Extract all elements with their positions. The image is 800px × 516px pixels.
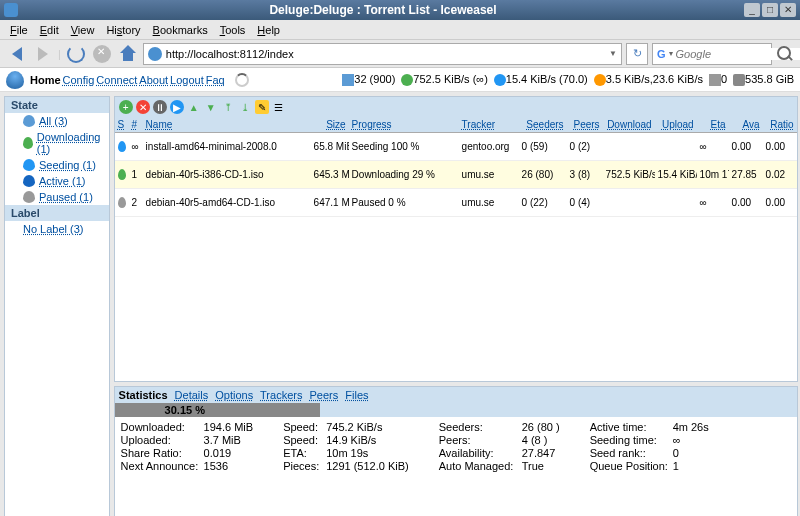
forward-button[interactable] [32,43,54,65]
menu-history[interactable]: History [100,24,146,36]
sidebar-item-nolabel[interactable]: No Label (3) [5,221,109,237]
table-row[interactable]: 2debian-40r5-amd64-CD-1.iso647.1 MiBPaus… [115,189,797,217]
edit-button[interactable]: ✎ [255,100,269,114]
cell-ratio: 0.00 [763,133,797,160]
queue-bottom-button[interactable]: ⤓ [238,100,252,114]
col-num[interactable]: # [129,117,143,132]
col-ratio[interactable]: Ratio [763,117,797,132]
col-upload[interactable]: Upload [655,117,697,132]
queue-down-button[interactable]: ▼ [204,100,218,114]
menu-help[interactable]: Help [251,24,286,36]
tab-peers[interactable]: Peers [310,389,339,401]
cell-num: ∞ [129,133,143,160]
deluge-logo-icon [6,71,24,89]
lbl-act: Active time: [590,421,670,433]
minimize-button[interactable]: _ [744,3,760,17]
sidebar-seeding-label: Seeding (1) [39,159,96,171]
col-tracker[interactable]: Tracker [459,117,519,132]
menu-view[interactable]: View [65,24,101,36]
menu-file[interactable]: File [4,24,34,36]
downloading-icon [23,137,33,149]
menu-edit[interactable]: Edit [34,24,65,36]
url-bar[interactable]: ▼ [143,43,622,65]
queue-up-button[interactable]: ▲ [187,100,201,114]
col-progress[interactable]: Progress [349,117,459,132]
go-button[interactable]: ↻ [626,43,648,65]
col-size[interactable]: Size [311,117,349,132]
table-row[interactable]: ∞install-amd64-minimal-2008.065.8 MiBSee… [115,133,797,161]
menu-tools[interactable]: Tools [214,24,252,36]
nav-faq[interactable]: Faq [206,74,225,86]
protocol-icon [709,74,721,86]
table-header: S # Name Size Progress Tracker Seeders P… [115,117,797,133]
cell-progress: Paused 0 % [349,189,459,216]
back-button[interactable] [6,43,28,65]
favicon-icon [148,47,162,61]
sidebar: State All (3) Downloading (1) Seeding (1… [4,96,110,516]
lbl-pieces: Pieces: [283,460,323,472]
tab-options[interactable]: Options [215,389,253,401]
col-name[interactable]: Name [143,117,311,132]
sidebar-item-all[interactable]: All (3) [5,113,109,129]
home-button[interactable] [117,43,139,65]
sidebar-item-paused[interactable]: Paused (1) [5,189,109,205]
options-button[interactable]: ☰ [272,100,286,114]
sidebar-item-active[interactable]: Active (1) [5,173,109,189]
sidebar-downloading-label: Downloading (1) [37,131,103,155]
cell-num: 2 [129,189,143,216]
nav-logout[interactable]: Logout [170,74,204,86]
cell-download [603,189,655,216]
search-icon[interactable] [776,45,794,63]
nav-toolbar: | ▼ ↻ G▾ [0,40,800,68]
remove-torrent-button[interactable]: ✕ [136,100,150,114]
close-button[interactable]: ✕ [780,3,796,17]
tab-details[interactable]: Details [175,389,209,401]
progress-bar: 30.15 % [115,403,797,417]
nav-home[interactable]: Home [30,74,61,86]
col-ava[interactable]: Ava [729,117,763,132]
nav-config[interactable]: Config [63,74,95,86]
maximize-button[interactable]: □ [762,3,778,17]
spinner-icon [235,73,249,87]
col-download[interactable]: Download [603,117,655,132]
lbl-sdt: Seeding time: [590,434,670,446]
col-peers[interactable]: Peers [567,117,603,132]
engine-dropdown-icon[interactable]: ▾ [669,49,673,58]
table-row[interactable]: 1debian-40r5-i386-CD-1.iso645.3 MiBDownl… [115,161,797,189]
cell-download [603,133,655,160]
cell-seeders: 26 (80) [519,161,567,188]
url-dropdown-icon[interactable]: ▼ [609,49,617,58]
resume-button[interactable]: ▶ [170,100,184,114]
search-box[interactable]: G▾ [652,43,772,65]
stat-upload: 15.4 KiB/s (70.0) [506,73,588,85]
sidebar-item-seeding[interactable]: Seeding (1) [5,157,109,173]
tab-statistics[interactable]: Statistics [119,389,168,401]
col-state[interactable]: S [115,117,129,132]
val-eta: 10m 19s [326,447,368,459]
cell-ratio: 0.02 [763,161,797,188]
lbl-qp: Queue Position: [590,460,670,472]
cell-tracker: umu.se [459,161,519,188]
queue-top-button[interactable]: ⤒ [221,100,235,114]
app-icon [4,3,18,17]
tab-files[interactable]: Files [345,389,368,401]
cell-name: debian-40r5-i386-CD-1.iso [143,161,311,188]
col-seeders[interactable]: Seeders [519,117,567,132]
cell-tracker: gentoo.org [459,133,519,160]
col-eta[interactable]: Eta [697,117,729,132]
pause-button[interactable]: ⏸ [153,100,167,114]
nav-connect[interactable]: Connect [96,74,137,86]
stop-button[interactable] [91,43,113,65]
tab-trackers[interactable]: Trackers [260,389,302,401]
sidebar-item-downloading[interactable]: Downloading (1) [5,129,109,157]
menu-bookmarks[interactable]: Bookmarks [147,24,214,36]
content: State All (3) Downloading (1) Seeding (1… [0,92,800,516]
sidebar-paused-label: Paused (1) [39,191,93,203]
reload-button[interactable] [65,43,87,65]
url-input[interactable] [166,48,605,60]
sidebar-active-label: Active (1) [39,175,85,187]
val-rank: 0 [673,447,679,459]
add-torrent-button[interactable]: + [119,100,133,114]
cell-name: install-amd64-minimal-2008.0 [143,133,311,160]
nav-about[interactable]: About [139,74,168,86]
